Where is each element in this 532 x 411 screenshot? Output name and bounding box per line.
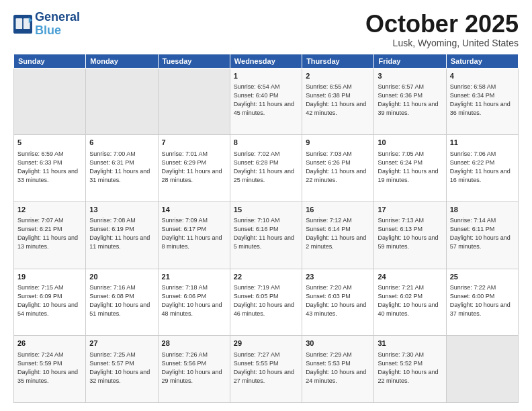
day-info: Sunrise: 7:07 AMSunset: 6:21 PMDaylight:… xyxy=(17,216,82,251)
calendar-cell: 8Sunrise: 7:02 AMSunset: 6:28 PMDaylight… xyxy=(230,135,302,202)
calendar-cell: 31Sunrise: 7:30 AMSunset: 5:52 PMDayligh… xyxy=(374,336,446,403)
calendar-cell: 6Sunrise: 7:00 AMSunset: 6:31 PMDaylight… xyxy=(86,135,158,202)
calendar-cell: 21Sunrise: 7:18 AMSunset: 6:06 PMDayligh… xyxy=(158,269,230,336)
calendar-cell xyxy=(158,68,230,135)
calendar-cell: 11Sunrise: 7:06 AMSunset: 6:22 PMDayligh… xyxy=(446,135,518,202)
header: General Blue October 2025 Lusk, Wyoming,… xyxy=(13,11,519,48)
day-info: Sunrise: 7:06 AMSunset: 6:22 PMDaylight:… xyxy=(450,150,515,185)
weekday-header-tuesday: Tuesday xyxy=(158,54,230,68)
day-info: Sunrise: 7:09 AMSunset: 6:17 PMDaylight:… xyxy=(162,216,226,251)
day-info: Sunrise: 6:54 AMSunset: 6:40 PMDaylight:… xyxy=(234,83,298,118)
logo-text: General Blue xyxy=(35,11,80,38)
day-number: 10 xyxy=(378,138,442,148)
weekday-header-monday: Monday xyxy=(86,54,158,68)
calendar-cell: 1Sunrise: 6:54 AMSunset: 6:40 PMDaylight… xyxy=(230,68,302,135)
day-number: 25 xyxy=(450,272,515,282)
calendar-week-3: 19Sunrise: 7:15 AMSunset: 6:09 PMDayligh… xyxy=(14,269,519,336)
calendar-cell: 16Sunrise: 7:12 AMSunset: 6:14 PMDayligh… xyxy=(302,201,374,269)
calendar-cell: 23Sunrise: 7:20 AMSunset: 6:03 PMDayligh… xyxy=(302,269,374,336)
calendar-week-0: 1Sunrise: 6:54 AMSunset: 6:40 PMDaylight… xyxy=(14,68,519,135)
calendar-cell: 2Sunrise: 6:55 AMSunset: 6:38 PMDaylight… xyxy=(302,68,374,135)
day-number: 4 xyxy=(450,71,515,81)
calendar-cell: 24Sunrise: 7:21 AMSunset: 6:02 PMDayligh… xyxy=(374,269,446,336)
calendar-cell xyxy=(86,68,158,135)
calendar-cell: 27Sunrise: 7:25 AMSunset: 5:57 PMDayligh… xyxy=(86,336,158,403)
day-number: 13 xyxy=(89,205,154,215)
day-info: Sunrise: 7:20 AMSunset: 6:03 PMDaylight:… xyxy=(306,283,370,318)
day-number: 24 xyxy=(378,272,442,282)
logo-line1: General xyxy=(35,11,80,24)
day-info: Sunrise: 7:25 AMSunset: 5:57 PMDaylight:… xyxy=(89,351,154,385)
day-info: Sunrise: 7:21 AMSunset: 6:02 PMDaylight:… xyxy=(378,283,442,318)
logo: General Blue xyxy=(13,11,80,38)
day-number: 1 xyxy=(234,71,298,81)
day-number: 30 xyxy=(306,338,370,349)
day-info: Sunrise: 7:13 AMSunset: 6:13 PMDaylight:… xyxy=(378,216,442,251)
day-info: Sunrise: 6:57 AMSunset: 6:36 PMDaylight:… xyxy=(378,83,442,118)
day-number: 23 xyxy=(306,272,370,282)
logo-icon xyxy=(13,15,32,34)
calendar-cell: 30Sunrise: 7:29 AMSunset: 5:53 PMDayligh… xyxy=(302,336,374,403)
calendar-cell: 12Sunrise: 7:07 AMSunset: 6:21 PMDayligh… xyxy=(14,201,86,269)
calendar-cell: 5Sunrise: 6:59 AMSunset: 6:33 PMDaylight… xyxy=(14,135,86,202)
day-number: 8 xyxy=(234,138,298,148)
calendar-cell xyxy=(446,336,518,403)
day-info: Sunrise: 7:27 AMSunset: 5:55 PMDaylight:… xyxy=(234,351,298,385)
day-number: 12 xyxy=(17,205,82,215)
calendar-header-row: SundayMondayTuesdayWednesdayThursdayFrid… xyxy=(14,54,519,68)
day-info: Sunrise: 7:08 AMSunset: 6:19 PMDaylight:… xyxy=(89,216,154,251)
weekday-header-wednesday: Wednesday xyxy=(230,54,302,68)
month-title: October 2025 xyxy=(365,11,519,38)
calendar-cell: 19Sunrise: 7:15 AMSunset: 6:09 PMDayligh… xyxy=(14,269,86,336)
day-number: 2 xyxy=(306,71,370,81)
day-info: Sunrise: 7:15 AMSunset: 6:09 PMDaylight:… xyxy=(17,283,82,318)
day-info: Sunrise: 6:58 AMSunset: 6:34 PMDaylight:… xyxy=(450,83,515,118)
day-info: Sunrise: 7:22 AMSunset: 6:00 PMDaylight:… xyxy=(450,283,515,318)
day-info: Sunrise: 7:12 AMSunset: 6:14 PMDaylight:… xyxy=(306,216,370,251)
calendar-cell: 20Sunrise: 7:16 AMSunset: 6:08 PMDayligh… xyxy=(86,269,158,336)
day-info: Sunrise: 7:14 AMSunset: 6:11 PMDaylight:… xyxy=(450,216,515,251)
day-info: Sunrise: 6:59 AMSunset: 6:33 PMDaylight:… xyxy=(17,150,82,185)
day-info: Sunrise: 7:01 AMSunset: 6:29 PMDaylight:… xyxy=(162,150,226,185)
calendar-cell: 17Sunrise: 7:13 AMSunset: 6:13 PMDayligh… xyxy=(374,201,446,269)
day-number: 28 xyxy=(162,338,226,349)
day-number: 26 xyxy=(17,338,82,349)
day-number: 11 xyxy=(450,138,515,148)
svg-rect-1 xyxy=(16,18,23,29)
calendar-cell: 29Sunrise: 7:27 AMSunset: 5:55 PMDayligh… xyxy=(230,336,302,403)
calendar-week-1: 5Sunrise: 6:59 AMSunset: 6:33 PMDaylight… xyxy=(14,135,519,202)
calendar-cell: 4Sunrise: 6:58 AMSunset: 6:34 PMDaylight… xyxy=(446,68,518,135)
day-info: Sunrise: 7:19 AMSunset: 6:05 PMDaylight:… xyxy=(234,283,298,318)
weekday-header-saturday: Saturday xyxy=(446,54,518,68)
day-number: 6 xyxy=(89,138,154,148)
calendar-cell: 28Sunrise: 7:26 AMSunset: 5:56 PMDayligh… xyxy=(158,336,230,403)
day-info: Sunrise: 7:30 AMSunset: 5:52 PMDaylight:… xyxy=(378,351,442,385)
calendar-cell: 26Sunrise: 7:24 AMSunset: 5:59 PMDayligh… xyxy=(14,336,86,403)
day-number: 27 xyxy=(89,338,154,349)
day-number: 18 xyxy=(450,205,515,215)
calendar-cell: 9Sunrise: 7:03 AMSunset: 6:26 PMDaylight… xyxy=(302,135,374,202)
calendar-cell: 10Sunrise: 7:05 AMSunset: 6:24 PMDayligh… xyxy=(374,135,446,202)
day-number: 5 xyxy=(17,138,82,148)
day-number: 22 xyxy=(234,272,298,282)
day-number: 16 xyxy=(306,205,370,215)
page: General Blue October 2025 Lusk, Wyoming,… xyxy=(0,0,532,411)
calendar-cell xyxy=(14,68,86,135)
day-info: Sunrise: 7:16 AMSunset: 6:08 PMDaylight:… xyxy=(89,283,154,318)
calendar-week-4: 26Sunrise: 7:24 AMSunset: 5:59 PMDayligh… xyxy=(14,336,519,403)
day-info: Sunrise: 7:05 AMSunset: 6:24 PMDaylight:… xyxy=(378,150,442,185)
day-number: 19 xyxy=(17,272,82,282)
calendar-cell: 3Sunrise: 6:57 AMSunset: 6:36 PMDaylight… xyxy=(374,68,446,135)
day-info: Sunrise: 6:55 AMSunset: 6:38 PMDaylight:… xyxy=(306,83,370,118)
calendar-cell: 22Sunrise: 7:19 AMSunset: 6:05 PMDayligh… xyxy=(230,269,302,336)
day-info: Sunrise: 7:03 AMSunset: 6:26 PMDaylight:… xyxy=(306,150,370,185)
calendar-cell: 13Sunrise: 7:08 AMSunset: 6:19 PMDayligh… xyxy=(86,201,158,269)
day-info: Sunrise: 7:02 AMSunset: 6:28 PMDaylight:… xyxy=(234,150,298,185)
day-info: Sunrise: 7:18 AMSunset: 6:06 PMDaylight:… xyxy=(162,283,226,318)
calendar-cell: 18Sunrise: 7:14 AMSunset: 6:11 PMDayligh… xyxy=(446,201,518,269)
day-number: 14 xyxy=(162,205,226,215)
logo-line2: Blue xyxy=(35,24,80,38)
weekday-header-sunday: Sunday xyxy=(14,54,86,68)
day-number: 9 xyxy=(306,138,370,148)
weekday-header-thursday: Thursday xyxy=(302,54,374,68)
